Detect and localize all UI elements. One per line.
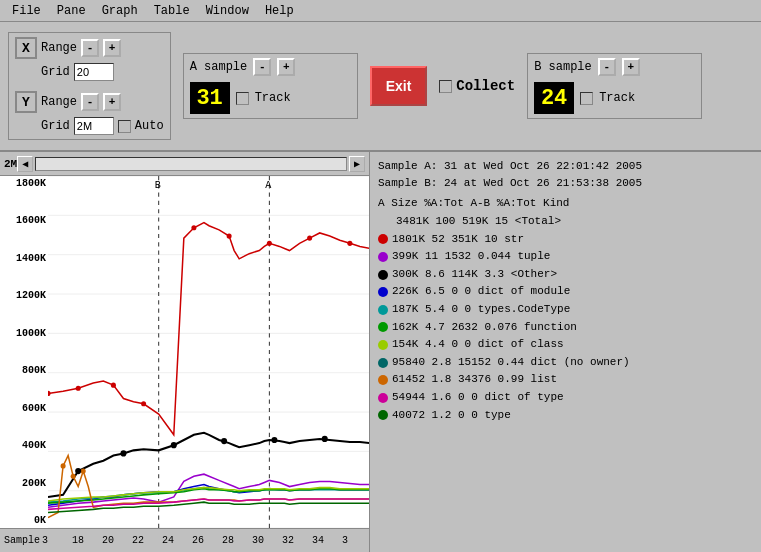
row-values: 54944 1.6 0 0 dict of type [392,389,564,407]
svg-point-31 [322,436,328,442]
sample-footer-label: Sample [4,535,40,546]
scroll-right-btn[interactable]: ▶ [349,156,365,172]
svg-point-24 [71,474,76,479]
y-label: 1000K [2,328,46,339]
row-values: 300K 8.6 114K 3.3 <Other> [392,266,557,284]
y-auto-label: Auto [135,119,164,133]
x-label: 24 [162,535,192,546]
row-values: 154K 4.4 0 0 dict of class [392,336,564,354]
graph-scale: 2M [4,158,17,170]
data-rows: 1801K 52 351K 10 str 399K 11 1532 0.044 … [378,231,753,425]
sample-b-minus[interactable]: - [598,58,616,76]
dot-green [378,322,388,332]
data-header: Sample A: 31 at Wed Oct 26 22:01:42 2005… [378,158,753,191]
sample-a-number: 31 [190,82,230,114]
svg-point-22 [347,241,352,246]
y-range-minus[interactable]: - [81,93,99,111]
svg-point-25 [81,468,86,473]
y-label: 1800K [2,178,46,189]
menu-window[interactable]: Window [198,2,257,20]
dot-black [378,270,388,280]
x-range-minus[interactable]: - [81,39,99,57]
menu-help[interactable]: Help [257,2,302,20]
y-grid-label: Grid [41,119,70,133]
sample-a-header-row: A sample - + [190,58,351,76]
y-label: 1200K [2,290,46,301]
x-grid-label: Grid [41,65,70,79]
sample-b-label: B sample [534,60,592,74]
total-row: 3481K 100 519K 15 <Total> [378,213,753,231]
exit-button[interactable]: Exit [370,66,428,106]
dot-teal [378,358,388,368]
graph-header: 2M ◀ ▶ [0,152,369,176]
x-axis-label: X [15,37,37,59]
sample-a-label: A sample [190,60,248,74]
main-content: 2M ◀ ▶ [0,152,761,552]
data-row: 40072 1.2 0 0 type [378,407,753,425]
x-label: 30 [252,535,282,546]
data-row: 95840 2.8 15152 0.44 dict (no owner) [378,354,753,372]
data-row: 61452 1.8 34376 0.99 list [378,371,753,389]
dot-darkgreen [378,410,388,420]
y-auto-checkbox[interactable] [118,120,131,133]
sample-b-number: 24 [534,82,574,114]
sample-b-value-row: 24 Track [534,82,695,114]
dot-magenta [378,393,388,403]
y-label: 600K [2,403,46,414]
svg-text:B: B [155,180,161,191]
svg-point-14 [48,391,51,396]
y-grid-input[interactable] [74,117,114,135]
row-values: 1801K 52 351K 10 str [392,231,524,249]
svg-point-30 [271,437,277,443]
data-row: 187K 5.4 0 0 types.CodeType [378,301,753,319]
y-label: 1600K [2,215,46,226]
menu-graph[interactable]: Graph [94,2,146,20]
svg-point-28 [171,442,177,448]
x-label: 22 [132,535,162,546]
row-values: 399K 11 1532 0.044 tuple [392,248,550,266]
sample-a-plus[interactable]: + [277,58,295,76]
y-grid-row: Grid Auto [15,117,164,135]
x-range-plus[interactable]: + [103,39,121,57]
sample-a-minus[interactable]: - [253,58,271,76]
sample-a-track-checkbox[interactable] [236,92,249,105]
sample-b-track-label: Track [599,91,635,105]
sample-b-plus[interactable]: + [622,58,640,76]
data-row: 162K 4.7 2632 0.076 function [378,319,753,337]
graph-svg: B A [48,176,370,528]
collect-checkbox[interactable] [439,80,452,93]
row-values: 226K 6.5 0 0 dict of module [392,283,570,301]
y-label: 200K [2,478,46,489]
x-label: 28 [222,535,252,546]
total-values: 3481K 100 519K 15 <Total> [396,213,561,231]
svg-point-18 [191,225,196,230]
menu-table[interactable]: Table [146,2,198,20]
collect-area: Collect [439,78,515,94]
y-range-plus[interactable]: + [103,93,121,111]
sample-b-panel: B sample - + 24 Track [527,53,702,119]
row-values: 61452 1.8 34376 0.99 list [392,371,557,389]
x-grid-input[interactable] [74,63,114,81]
svg-point-27 [120,450,126,456]
svg-point-29 [221,438,227,444]
x-label: 18 [72,535,102,546]
svg-text:A: A [265,180,272,191]
data-row: 1801K 52 351K 10 str [378,231,753,249]
svg-point-26 [75,468,81,474]
svg-point-21 [307,236,312,241]
menubar: File Pane Graph Table Window Help [0,0,761,22]
x-label: 3 [342,535,370,546]
menu-file[interactable]: File [4,2,49,20]
graph-plot: B A [48,176,370,528]
row-values: 162K 4.7 2632 0.076 function [392,319,577,337]
menu-pane[interactable]: Pane [49,2,94,20]
data-row: 226K 6.5 0 0 dict of module [378,283,753,301]
scroll-left-btn[interactable]: ◀ [17,156,33,172]
toolbar: X Range - + Grid Y Range - + Grid Auto A… [0,22,761,152]
data-panel: Sample A: 31 at Wed Oct 26 22:01:42 2005… [370,152,761,552]
data-row: 54944 1.6 0 0 dict of type [378,389,753,407]
scrollbar-track[interactable] [35,157,347,171]
data-row: 300K 8.6 114K 3.3 <Other> [378,266,753,284]
sample-b-track-checkbox[interactable] [580,92,593,105]
y-labels [0,176,48,528]
